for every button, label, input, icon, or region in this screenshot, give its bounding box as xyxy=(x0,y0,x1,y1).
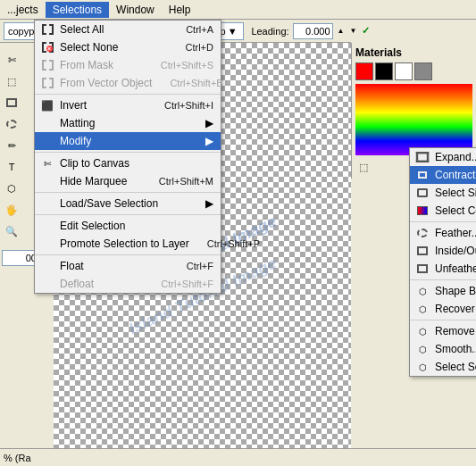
promote-label: Promote Selection to Layer xyxy=(60,237,189,250)
matting-label: Matting xyxy=(60,117,95,129)
submenu-unfeather[interactable]: Unfeather... xyxy=(410,260,476,278)
select-similar-label: Select Similar... xyxy=(435,187,476,199)
select-color-range-label: Select Color Range... xyxy=(435,204,476,217)
menu-select-none[interactable]: × Select None Ctrl+D xyxy=(35,38,221,56)
invert-shortcut: Ctrl+Shift+I xyxy=(146,100,213,111)
menu-float[interactable]: Float Ctrl+F xyxy=(35,257,221,275)
tool-9[interactable]: 🔍 xyxy=(2,221,21,241)
swatch-white[interactable] xyxy=(395,62,413,80)
recover-antialias-label: Recover Anti-alias... xyxy=(435,303,476,315)
select-all-label: Select All xyxy=(60,23,104,36)
tool-4[interactable] xyxy=(2,114,21,134)
inside-outside-feather-icon xyxy=(413,244,431,258)
tool-3[interactable] xyxy=(2,93,21,112)
menu-promote[interactable]: Promote Selection to Layer Ctrl+Shift+P xyxy=(35,235,221,253)
hide-marquee-icon xyxy=(38,174,56,188)
submenu-select-color-range[interactable]: Select Color Range... xyxy=(410,202,476,220)
promote-shortcut: Ctrl+Shift+P xyxy=(189,238,260,249)
swatch-red[interactable] xyxy=(355,62,373,80)
select-borders-icon: ⬡ xyxy=(413,360,431,374)
from-vector-label: From Vector Object xyxy=(60,77,152,89)
tool-5[interactable]: ✏ xyxy=(2,136,21,155)
menu-item-help[interactable]: Help xyxy=(162,2,198,18)
edit-sel-label: Edit Selection xyxy=(60,220,125,232)
submenu-recover-antialias[interactable]: ⬡ Recover Anti-alias... xyxy=(410,300,476,318)
menu-select-all[interactable]: Select All Ctrl+A xyxy=(35,21,221,38)
edit-sel-icon xyxy=(38,219,56,233)
tool-7[interactable]: ⬡ xyxy=(2,179,21,198)
menu-clip-canvas[interactable]: ✄ Clip to Canvas xyxy=(35,154,221,172)
swatch-gray[interactable] xyxy=(414,62,432,80)
menu-hide-marquee[interactable]: Hide Marquee Ctrl+Shift+M xyxy=(35,172,221,190)
shape-based-label: Shape Based Anti-alias... xyxy=(435,285,476,297)
submenu-inside-outside-feather[interactable]: Inside/Outside Feather... xyxy=(410,242,476,260)
modify-icon xyxy=(38,134,56,148)
matting-icon xyxy=(38,116,56,130)
menu-bar: ...jects Selections Window Help xyxy=(0,0,476,20)
recover-antialias-icon: ⬡ xyxy=(413,302,431,316)
sub-sep-3 xyxy=(410,320,476,320)
smooth-label: Smooth... xyxy=(435,343,476,355)
inside-outside-feather-label: Inside/Outside Feather... xyxy=(435,245,476,257)
modify-label: Modify xyxy=(60,135,91,147)
select-color-range-icon xyxy=(413,204,431,218)
leading-up[interactable]: ▲ xyxy=(337,21,346,41)
selections-menu: Select All Ctrl+A × Select None Ctrl+D F… xyxy=(34,20,221,294)
select-similar-icon xyxy=(413,186,431,200)
select-none-icon: × xyxy=(38,40,56,54)
remove-specks-label: Remove Specks and Holes... xyxy=(435,325,476,337)
checkmark-button[interactable]: ✓ xyxy=(361,21,371,41)
color-gradient-bar[interactable] xyxy=(355,84,472,155)
from-mask-icon xyxy=(38,58,56,72)
menu-item-projects[interactable]: ...jects xyxy=(0,2,46,18)
load-save-label: Load/Save Selection xyxy=(60,197,158,210)
defloat-shortcut: Ctrl+Shift+F xyxy=(143,279,213,289)
menu-matting[interactable]: Matting ▶ xyxy=(35,114,221,132)
submenu-select-similar[interactable]: Select Similar... xyxy=(410,184,476,202)
leading-label: Leading: xyxy=(251,26,288,37)
tool-1[interactable]: ✄ xyxy=(2,50,21,70)
from-vector-shortcut: Ctrl+Shift+B xyxy=(152,78,222,88)
submenu-expand[interactable]: Expand... xyxy=(410,148,476,166)
sep-3 xyxy=(35,192,221,193)
modify-submenu: Expand... Contract... Select Similar... … xyxy=(409,147,476,377)
invert-label: Invert xyxy=(60,99,87,112)
expand-label: Expand... xyxy=(435,151,476,163)
menu-item-selections[interactable]: Selections xyxy=(46,2,109,18)
from-mask-shortcut: Ctrl+Shift+S xyxy=(143,60,213,71)
load-save-icon xyxy=(38,196,56,211)
submenu-contract[interactable]: Contract... xyxy=(410,166,476,184)
menu-load-save[interactable]: Load/Save Selection ▶ xyxy=(35,195,221,212)
submenu-feather[interactable]: Feather... Ctrl+H xyxy=(410,224,476,242)
menu-invert[interactable]: ⬛ Invert Ctrl+Shift+I xyxy=(35,96,221,114)
menu-from-vector: From Vector Object Ctrl+Shift+B xyxy=(35,74,221,92)
sub-sep-2 xyxy=(410,279,476,280)
materials-title: Materials xyxy=(355,46,472,59)
submenu-select-borders[interactable]: ⬡ Select Selection Borders... xyxy=(410,358,476,376)
menu-modify[interactable]: Modify ▶ xyxy=(35,132,221,150)
submenu-smooth[interactable]: ⬡ Smooth... xyxy=(410,340,476,358)
submenu-shape-based[interactable]: ⬡ Shape Based Anti-alias... xyxy=(410,282,476,300)
menu-edit-selection[interactable]: Edit Selection xyxy=(35,217,221,235)
status-text: % (Ra xyxy=(4,453,31,463)
sep-1 xyxy=(35,94,221,95)
hide-marquee-shortcut: Ctrl+Shift+M xyxy=(141,176,213,187)
tool-6[interactable]: T xyxy=(2,157,21,177)
menu-item-window[interactable]: Window xyxy=(109,2,162,18)
sep-4 xyxy=(35,214,221,215)
submenu-remove-specks[interactable]: ⬡ Remove Specks and Holes... xyxy=(410,322,476,340)
tool-8[interactable]: 🖐 xyxy=(2,200,21,220)
from-mask-label: From Mask xyxy=(60,59,113,71)
leading-down[interactable]: ▼ xyxy=(349,21,358,41)
swatch-black[interactable] xyxy=(375,62,393,80)
leading-input[interactable] xyxy=(293,23,333,39)
select-all-shortcut: Ctrl+A xyxy=(168,24,213,35)
mat-tool-1[interactable]: ⬚ xyxy=(355,159,372,175)
float-shortcut: Ctrl+F xyxy=(169,261,213,271)
status-bar: % (Ra xyxy=(0,448,476,466)
percent-input[interactable]: 00 xyxy=(2,250,38,266)
tool-2[interactable]: ⬚ xyxy=(2,71,21,91)
defloat-label: Defloat xyxy=(60,278,94,290)
feather-icon xyxy=(413,226,431,240)
select-none-shortcut: Ctrl+D xyxy=(168,42,213,53)
